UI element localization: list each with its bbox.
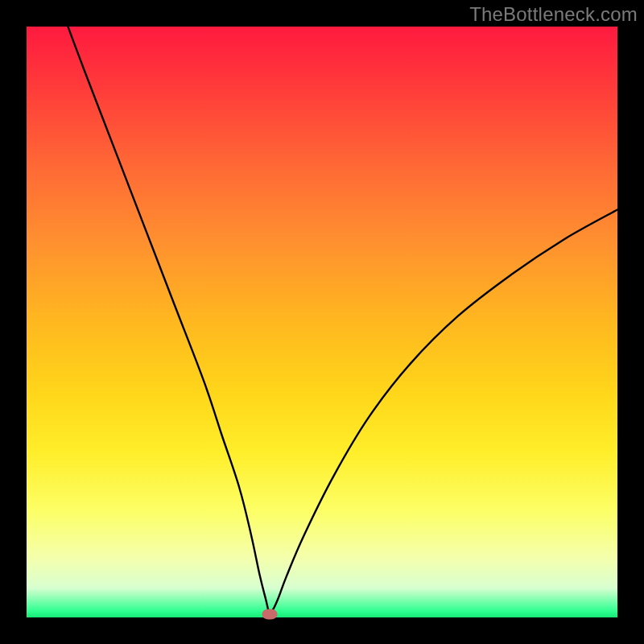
bottleneck-curve (68, 27, 617, 613)
minimum-marker (262, 609, 278, 619)
watermark-text: TheBottleneck.com (469, 3, 638, 26)
chart-plot-area (27, 27, 617, 617)
curve-svg (27, 27, 617, 617)
chart-frame: TheBottleneck.com (0, 0, 644, 644)
